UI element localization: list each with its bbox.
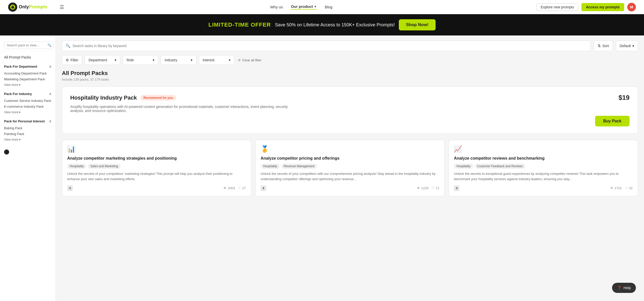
clear-filter-btn[interactable]: ↺ Clear all filter: [238, 58, 261, 62]
card-3-icon: 📈: [454, 145, 633, 153]
avatar[interactable]: M: [627, 3, 636, 11]
sidebar-search-input[interactable]: [4, 42, 53, 49]
hamburger-icon[interactable]: ☰: [60, 4, 64, 10]
sidebar-section-dept-header[interactable]: Pack For Department ∧: [4, 64, 51, 68]
sidebar-all-packs[interactable]: All Prompt Packs: [0, 53, 56, 61]
featured-pack-title-row: Hospitality Industry Pack Recommend for …: [70, 95, 176, 101]
card-3-level: 4: [454, 185, 459, 191]
sidebar-item-accounting[interactable]: Accounting Department Pack: [4, 70, 51, 76]
sidebar-search-icon: 🔍: [47, 43, 51, 47]
card-1-desc: Unlock the secrets of your competitors' …: [67, 171, 246, 182]
chevron-down-small-icon-2: ▾: [19, 110, 21, 114]
help-button[interactable]: ❓ Help: [612, 283, 636, 293]
search-icon: 🔍: [66, 44, 70, 48]
buy-pack-btn[interactable]: Buy Pack: [595, 116, 630, 126]
filter-button[interactable]: ⚙ Filter: [62, 55, 82, 65]
card-1: 📊 Analyze competitor marketing strategie…: [62, 140, 251, 196]
card-2-level: 4: [261, 185, 266, 191]
navbar: OnlyPrompts ☰ Why us Our product ▼ Blog …: [0, 0, 644, 14]
nav-blog[interactable]: Blog: [325, 5, 332, 9]
sort-button[interactable]: ⇅ Sort: [594, 41, 613, 51]
svg-point-3: [12, 6, 12, 7]
sidebar-per-viewmore[interactable]: View more ▾: [4, 137, 51, 142]
sidebar-item-painting[interactable]: Painting Pack: [4, 131, 51, 137]
card-1-likes: ♡ 27: [238, 186, 246, 190]
sidebar-item-customer-service[interactable]: Customer Service Industry Pack: [4, 98, 51, 104]
promo-banner: LIMITED-TIME OFFER Save 50% on Lifetime …: [0, 14, 644, 35]
sidebar-item-ecommerce[interactable]: E-commerce Industry Pack: [4, 104, 51, 109]
sidebar-ind-title: Pack For Industry: [4, 92, 32, 96]
sidebar-dept-viewmore[interactable]: View more ▾: [4, 82, 51, 88]
filter-icon: ⚙: [66, 58, 69, 62]
card-3-title: Analyze competitor reviews and benchmark…: [454, 156, 633, 161]
nav-actions: Explore new prompts Access my prompts M: [536, 3, 636, 11]
sidebar-item-baking[interactable]: Baking Pack: [4, 125, 51, 131]
explore-btn[interactable]: Explore new prompts: [536, 3, 578, 11]
featured-pack: Hospitality Industry Pack Recommend for …: [62, 86, 638, 134]
chevron-down-small-icon: ▾: [19, 83, 21, 87]
search-row: 🔍 ⇅ Sort Default ▾: [62, 41, 638, 51]
chevron-down-ind-icon: ▾: [191, 58, 192, 62]
recommend-badge: Recommend for you: [140, 95, 176, 101]
card-1-level: 4: [67, 185, 73, 191]
main-content: 🔍 ⇅ Sort Default ▾ ⚙ Filter Department ▾: [56, 35, 644, 301]
card-3-tag-1: Customer Feedback and Reviews: [475, 164, 525, 169]
sidebar-section-ind-header[interactable]: Pack For Industry ∧: [4, 92, 51, 96]
card-2-desc: Unlock the secrets of your competition w…: [261, 171, 439, 182]
card-1-tag-1: Sales and Marketing: [88, 164, 120, 169]
heart-icon-3: ♡: [625, 186, 628, 190]
banner-offer-text: LIMITED-TIME OFFER: [208, 22, 271, 28]
sidebar-search-container: 🔍: [0, 40, 56, 51]
card-2-tag-0: Hospitality: [261, 164, 280, 169]
sidebar-section-industry: Pack For Industry ∧ Customer Service Ind…: [0, 89, 56, 116]
card-2-tag-1: Revenue Management: [281, 164, 317, 169]
featured-pack-desc: Amplify hospitality operations with AI-p…: [70, 105, 298, 113]
chevron-up-icon-2: ∧: [49, 92, 51, 96]
sidebar-per-title: Pack for Personal Interest: [4, 119, 45, 123]
filter-industry[interactable]: Industry ▾: [161, 55, 196, 65]
filter-row: ⚙ Filter Department ▾ Role ▾ Industry ▾ …: [62, 55, 638, 65]
eye-icon-2: 👁: [417, 186, 420, 190]
card-3-desc: Unlock the secrets to exceptional guest …: [454, 171, 633, 182]
card-2-icon: 🥇: [261, 145, 439, 153]
card-1-level-badge: 4: [67, 185, 73, 191]
card-1-icon: 📊: [67, 145, 246, 153]
card-2-level-badge: 4: [261, 185, 266, 191]
sidebar-ind-viewmore[interactable]: View more ▾: [4, 109, 51, 115]
banner-main-text: Save 50% on Lifetime Access to 150K+ Exc…: [275, 22, 395, 28]
sidebar-section-department: Pack For Department ∧ Accounting Departm…: [0, 61, 56, 89]
card-1-tags: Hospitality Sales and Marketing: [67, 164, 246, 169]
card-3: 📈 Analyze competitor reviews and benchma…: [449, 140, 638, 196]
nav-links: Why us Our product ▼ Blog: [66, 4, 536, 10]
card-2-likes: ♡ 72: [432, 186, 439, 190]
refresh-icon: ↺: [238, 58, 241, 62]
eye-icon-3: 👁: [610, 186, 614, 190]
sort-dropdown[interactable]: Default ▾: [616, 41, 638, 51]
card-3-stats: 👁 1701 ♡ 32: [610, 186, 633, 190]
card-3-tag-0: Hospitality: [454, 164, 473, 169]
sidebar-badge-container: [0, 143, 56, 162]
card-2-views: 👁 1226: [417, 186, 428, 190]
access-btn[interactable]: Access my prompts: [581, 3, 624, 11]
shop-now-btn[interactable]: Shop Now!: [399, 19, 436, 30]
chevron-down-role-icon: ▾: [153, 58, 154, 62]
card-1-views: 👁 2004: [223, 186, 235, 190]
card-2-footer: 4 👁 1226 ♡ 72: [261, 185, 439, 191]
sidebar-section-per-header[interactable]: Pack for Personal Interest ∧: [4, 119, 51, 123]
logo[interactable]: OnlyPrompts: [8, 3, 47, 12]
sort-icon: ⇅: [598, 44, 601, 48]
chevron-down-icon: ▼: [314, 5, 317, 8]
chevron-up-icon-3: ∧: [49, 119, 51, 123]
search-input[interactable]: [73, 44, 587, 48]
featured-pack-header: Hospitality Industry Pack Recommend for …: [70, 94, 630, 102]
eye-icon: 👁: [223, 186, 227, 190]
sidebar-dept-title: Pack For Department: [4, 65, 37, 68]
filter-department[interactable]: Department ▾: [85, 55, 120, 65]
card-1-title: Analyze competitor marketing strategies …: [67, 156, 246, 161]
filter-role[interactable]: Role ▾: [123, 55, 158, 65]
filter-interest[interactable]: Interest ▾: [199, 55, 234, 65]
nav-our-product[interactable]: Our product ▼: [291, 4, 317, 10]
nav-why-us[interactable]: Why us: [270, 5, 283, 9]
sidebar-item-marketing[interactable]: Marketing Department Pack: [4, 76, 51, 82]
card-3-likes: ♡ 32: [625, 186, 633, 190]
